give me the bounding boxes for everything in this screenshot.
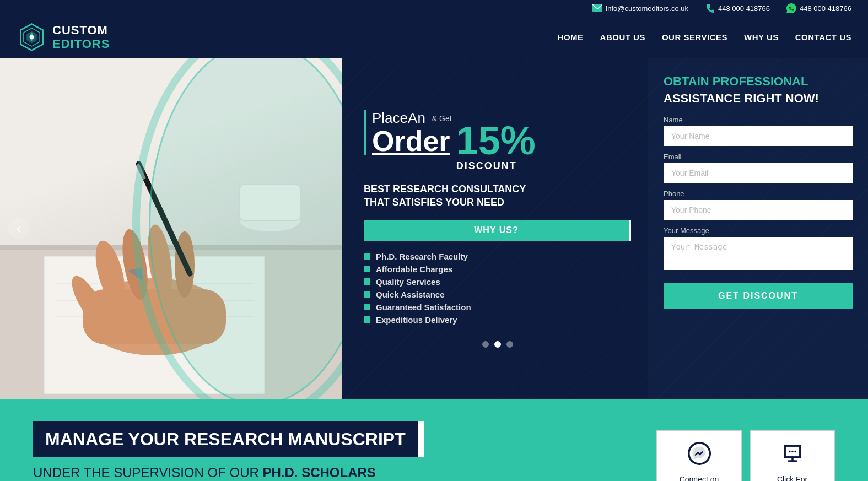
hero-content: PlaceAn & Get Order 15% DISCOUNT BEST RE… (342, 58, 648, 399)
contact-form-panel: OBTAIN PROFESSIONAL ASSISTANCE RIGHT NOW… (648, 58, 868, 399)
navbar: CUSTOM EDITORS HOME ABOUT US OUR SERVICE… (0, 17, 868, 58)
livechat-button[interactable]: Click For LIVE CHAT (750, 430, 835, 481)
logo-editors: EDITORS (52, 37, 110, 51)
list-item: Quality Services (364, 277, 631, 287)
email-field-group: Email (664, 153, 853, 183)
phone-contact-1[interactable]: 448 000 418766 (705, 3, 770, 13)
message-label: Your Message (664, 226, 853, 235)
livechat-line1: Click For (777, 475, 807, 481)
hero-image-area: ‹ (0, 58, 342, 399)
nav-about[interactable]: ABOUT US (600, 33, 645, 42)
feature-list: Ph.D. Research Faculty Affordable Charge… (364, 252, 631, 325)
messenger-button[interactable]: Connect on MESSENGER (656, 430, 742, 481)
email-text: info@customeditors.co.uk (606, 4, 688, 13)
messenger-text: Connect on MESSENGER (673, 474, 726, 481)
list-item: Ph.D. Research Faculty (364, 252, 631, 261)
hero-subtitle: BEST RESEARCH CONSULTANCY THAT SATISFIES… (364, 183, 631, 209)
list-item: Affordable Charges (364, 264, 631, 274)
nav-links: HOME ABOUT US OUR SERVICES WHY US CONTAC… (558, 33, 851, 42)
manuscript-title: MANAGE YOUR RESEARCH MANUSCRIPT (33, 421, 418, 457)
feature-bullet (364, 266, 370, 272)
bottom-content: MANAGE YOUR RESEARCH MANUSCRIPT UNDER TH… (33, 421, 656, 481)
subtitle-line1: BEST RESEARCH CONSULTANCY (364, 183, 526, 194)
feature-bullet (364, 253, 370, 260)
phone-contact-2[interactable]: 448 000 418766 (786, 3, 851, 13)
phone-input[interactable] (664, 200, 853, 220)
phone-field-group: Phone (664, 190, 853, 220)
chat-buttons: Connect on MESSENGER Click For LIVE CHAT (656, 430, 835, 481)
why-us-button[interactable]: WHY US? (364, 220, 631, 241)
hero-section: ‹ PlaceAn & Get Order 15% DISCOUNT (0, 58, 868, 399)
messenger-line1: Connect on (680, 475, 719, 481)
name-input[interactable] (664, 126, 853, 146)
email-icon (592, 3, 602, 13)
place-an-text: PlaceAn (372, 110, 425, 127)
feature-text: Guaranteed Satisfaction (376, 302, 471, 312)
list-item: Expeditious Delivery (364, 315, 631, 325)
carousel-prev-button[interactable]: ‹ (8, 218, 29, 239)
carousel-dot-1[interactable] (482, 341, 489, 348)
logo[interactable]: CUSTOM EDITORS (17, 22, 110, 52)
supervision-text: UNDER THE SUPERVISION OF OUR PH.D. SCHOL… (33, 465, 656, 480)
feature-text: Quality Services (376, 277, 440, 287)
nav-contact[interactable]: CONTACT US (795, 33, 851, 42)
list-item: Quick Assistance (364, 290, 631, 299)
email-label: Email (664, 153, 853, 161)
carousel-dots (364, 341, 631, 348)
whatsapp-icon (786, 3, 796, 13)
phone-text-1: 448 000 418766 (718, 4, 770, 13)
discount-label: DISCOUNT (456, 160, 517, 172)
phone-text-2: 448 000 418766 (800, 4, 851, 13)
svg-point-25 (789, 450, 791, 452)
nav-whyus[interactable]: WHY US (744, 33, 779, 42)
logo-custom: CUSTOM (52, 24, 110, 37)
feature-bullet (364, 278, 370, 285)
name-field-group: Name (664, 116, 853, 146)
feature-bullet (364, 304, 370, 310)
list-item: Guaranteed Satisfaction (364, 302, 631, 312)
bottom-section: MANAGE YOUR RESEARCH MANUSCRIPT UNDER TH… (0, 399, 868, 481)
supervision-label: UNDER THE SUPERVISION OF OUR (33, 465, 259, 480)
feature-text: Ph.D. Research Faculty (376, 252, 468, 261)
message-field-group: Your Message (664, 226, 853, 272)
svg-point-27 (794, 450, 796, 452)
get-discount-button[interactable]: GET DISCOUNT (664, 283, 853, 309)
nav-services[interactable]: OUR SERVICES (662, 33, 727, 42)
discount-banner: PlaceAn & Get Order 15% DISCOUNT (364, 110, 631, 172)
feature-bullet (364, 291, 370, 298)
percent-text: 15% (456, 121, 536, 160)
nav-home[interactable]: HOME (558, 33, 584, 42)
email-contact[interactable]: info@customeditors.co.uk (592, 3, 688, 13)
order-text: Order (372, 125, 450, 157)
carousel-dot-2[interactable] (494, 341, 501, 348)
feature-text: Affordable Charges (376, 264, 452, 274)
email-input[interactable] (664, 163, 853, 183)
and-get-text: & Get (432, 114, 452, 123)
phd-scholars-label: PH.D. SCHOLARS (263, 465, 376, 480)
feature-text: Quick Assistance (376, 290, 445, 299)
phone-icon-1 (705, 3, 715, 13)
subtitle-line2: THAT SATISFIES YOUR NEED (364, 197, 504, 208)
feature-text: Expeditious Delivery (376, 315, 457, 325)
phone-label: Phone (664, 190, 853, 198)
livechat-icon (781, 442, 804, 470)
logo-icon (17, 22, 47, 52)
svg-point-4 (30, 35, 34, 39)
livechat-text: Click For LIVE CHAT (770, 474, 813, 481)
svg-point-26 (791, 450, 794, 452)
feature-bullet (364, 316, 370, 323)
top-bar: info@customeditors.co.uk 448 000 418766 … (0, 0, 868, 17)
form-subtitle: ASSISTANCE RIGHT NOW! (664, 91, 853, 106)
form-title: OBTAIN PROFESSIONAL (664, 74, 853, 89)
message-textarea[interactable] (664, 237, 853, 270)
carousel-dot-3[interactable] (506, 341, 513, 348)
name-label: Name (664, 116, 853, 124)
messenger-icon (688, 442, 711, 470)
